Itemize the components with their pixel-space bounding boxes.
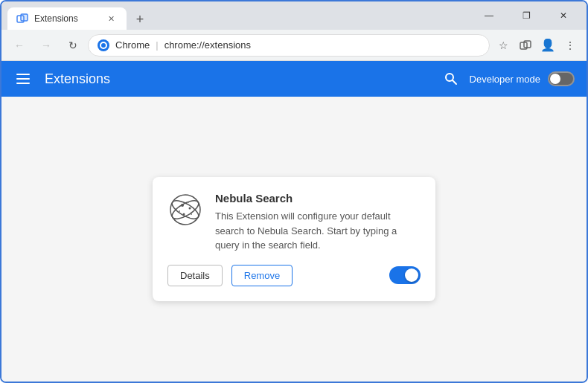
extension-toggle-knob	[405, 268, 418, 282]
url-divider: |	[156, 39, 158, 51]
extension-card: Nebula Search This Extension will config…	[153, 177, 435, 301]
star-icon: ☆	[499, 39, 508, 51]
developer-mode-label: Developer mode	[470, 74, 540, 85]
developer-mode-toggle[interactable]	[548, 71, 575, 86]
minimize-button[interactable]: —	[472, 4, 506, 28]
extension-name: Nebula Search	[215, 192, 421, 205]
remove-button[interactable]: Remove	[231, 265, 293, 286]
back-arrow-icon: ←	[14, 39, 25, 51]
back-button[interactable]: ←	[7, 33, 31, 57]
hamburger-menu-button[interactable]	[13, 71, 33, 87]
developer-mode-area: Developer mode	[440, 68, 575, 90]
address-bar-actions: ☆ 👤 ⋮	[493, 35, 581, 56]
extension-actions: Details Remove	[167, 265, 421, 286]
site-icon	[98, 39, 109, 51]
svg-point-17	[179, 210, 180, 212]
extension-card-top: Nebula Search This Extension will config…	[167, 192, 421, 253]
more-icon: ⋮	[565, 39, 575, 51]
reload-button[interactable]: ↻	[61, 33, 85, 57]
close-button[interactable]: ✕	[546, 4, 581, 28]
url-text: chrome://extensions	[164, 39, 480, 51]
chrome-circle-icon	[100, 42, 107, 49]
svg-point-18	[191, 213, 192, 215]
extension-info: Nebula Search This Extension will config…	[215, 192, 421, 253]
search-button[interactable]	[440, 68, 462, 90]
window-controls: — ❐ ✕	[472, 4, 581, 28]
browser-frame: Extensions ✕ + — ❐ ✕ ← → ↻ Chrome | chro…	[0, 0, 588, 383]
search-icon	[444, 72, 458, 86]
details-button[interactable]: Details	[167, 265, 223, 286]
svg-line-6	[453, 80, 456, 84]
nebula-search-icon	[167, 192, 203, 228]
maximize-button[interactable]: ❐	[509, 4, 543, 28]
extension-icon	[167, 192, 203, 228]
profile-button[interactable]: 👤	[537, 35, 558, 56]
bookmark-button[interactable]: ☆	[493, 35, 514, 56]
hamburger-line-3	[16, 83, 30, 84]
tab-favicon	[16, 13, 28, 25]
extension-description: This Extension will configure your defau…	[215, 209, 421, 253]
tab-title: Extensions	[34, 13, 98, 24]
forward-arrow-icon: →	[41, 39, 51, 51]
active-tab[interactable]: Extensions ✕	[7, 7, 127, 30]
new-tab-button[interactable]: +	[130, 9, 150, 30]
address-bar[interactable]: Chrome | chrome://extensions	[88, 34, 490, 57]
tab-area: Extensions ✕ +	[7, 1, 472, 30]
site-label: Chrome	[115, 39, 150, 51]
svg-rect-2	[21, 14, 28, 21]
extensions-button[interactable]	[515, 35, 536, 56]
hamburger-line-2	[16, 78, 30, 80]
title-bar: Extensions ✕ + — ❐ ✕	[1, 1, 587, 30]
forward-button[interactable]: →	[34, 33, 58, 57]
tab-close-button[interactable]: ✕	[104, 12, 118, 25]
profile-icon: 👤	[540, 38, 555, 52]
svg-point-14	[181, 204, 184, 207]
hamburger-line-1	[16, 74, 30, 75]
extension-toggle[interactable]	[389, 266, 421, 284]
svg-point-19	[188, 202, 189, 203]
extensions-page-title: Extensions	[45, 71, 428, 87]
reload-icon: ↻	[68, 39, 77, 51]
toggle-knob	[550, 74, 560, 84]
menu-button[interactable]: ⋮	[560, 35, 581, 56]
svg-point-15	[189, 207, 191, 210]
address-bar-row: ← → ↻ Chrome | chrome://extensions ☆	[1, 30, 587, 61]
main-content: RISK.COM	[1, 97, 587, 382]
extensions-header: Extensions Developer mode	[1, 61, 587, 97]
puzzle-icon	[520, 39, 531, 51]
svg-point-16	[183, 213, 185, 216]
